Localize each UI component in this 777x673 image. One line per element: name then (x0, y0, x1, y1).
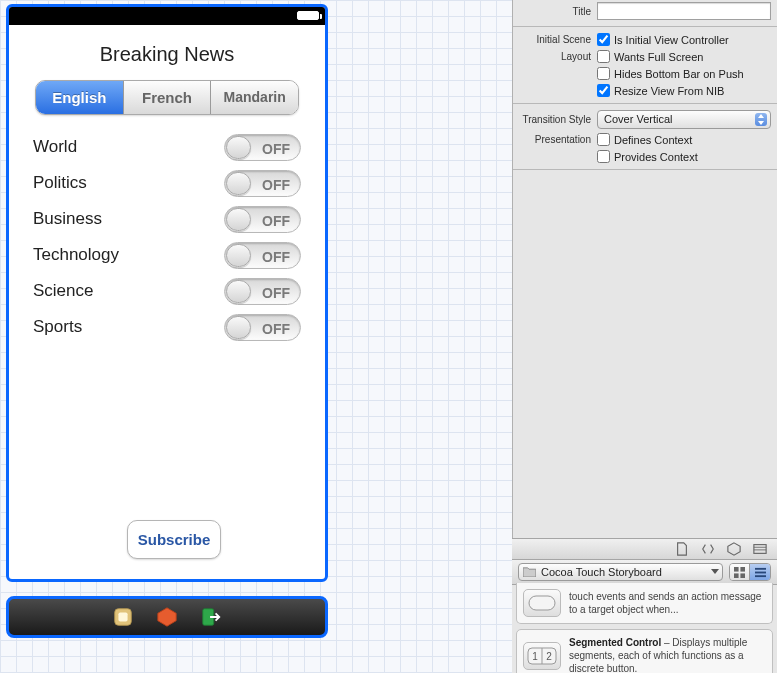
category-label: Sports (33, 317, 82, 337)
first-responder-icon[interactable] (112, 606, 134, 628)
segment-french[interactable]: French (124, 81, 212, 114)
transition-style-popup[interactable]: Cover Vertical (597, 110, 771, 129)
svg-text:2: 2 (546, 651, 552, 662)
object-library-list[interactable]: touch events and sends an action message… (512, 585, 777, 673)
list-item: Politics OFF (33, 165, 301, 201)
svg-rect-12 (755, 575, 766, 577)
toggle-world[interactable]: OFF (224, 134, 301, 161)
category-label: World (33, 137, 77, 157)
category-label: Politics (33, 173, 87, 193)
library-item-desc: Segmented Control – Displays multiple se… (569, 636, 766, 673)
library-mini-toolbar (512, 538, 777, 560)
field-label: Layout (513, 51, 597, 62)
status-bar (9, 7, 325, 25)
language-segmented-control[interactable]: English French Mandarin (35, 80, 299, 115)
svg-rect-7 (740, 567, 745, 572)
iphone-scene[interactable]: Breaking News English French Mandarin Wo… (6, 4, 328, 582)
svg-rect-11 (755, 571, 766, 573)
library-view-toggle[interactable] (729, 563, 771, 581)
title-field[interactable] (597, 2, 771, 20)
field-label: Presentation (513, 134, 597, 145)
list-item: Science OFF (33, 273, 301, 309)
segmented-thumb-icon: 12 (523, 642, 561, 670)
category-label: Business (33, 209, 102, 229)
field-label: Transition Style (513, 114, 597, 125)
button-thumb-icon (523, 589, 561, 617)
list-item: Technology OFF (33, 237, 301, 273)
file-template-icon[interactable] (675, 542, 689, 556)
list-item: Business OFF (33, 201, 301, 237)
library-filter-popup[interactable]: Cocoa Touch Storyboard (518, 563, 723, 581)
scene-dock[interactable] (6, 596, 328, 638)
exit-icon[interactable] (200, 606, 222, 628)
view-controller-icon[interactable] (156, 606, 178, 628)
defines-context-checkbox[interactable]: Defines Context (597, 133, 692, 146)
svg-rect-8 (734, 573, 739, 578)
toggle-business[interactable]: OFF (224, 206, 301, 233)
svg-rect-6 (734, 567, 739, 572)
wants-full-screen-checkbox[interactable]: Wants Full Screen (597, 50, 703, 63)
svg-rect-3 (754, 545, 766, 554)
svg-rect-10 (755, 567, 766, 569)
field-label: Title (513, 6, 597, 17)
toggle-science[interactable]: OFF (224, 278, 301, 305)
segment-english[interactable]: English (36, 81, 124, 114)
library-filter-bar: Cocoa Touch Storyboard (512, 560, 777, 585)
grid-view-button[interactable] (730, 564, 750, 580)
page-title: Breaking News (9, 25, 325, 80)
toggle-sports[interactable]: OFF (224, 314, 301, 341)
subscribe-button[interactable]: Subscribe (127, 520, 221, 559)
field-label: Initial Scene (513, 34, 597, 45)
hides-bottom-bar-checkbox[interactable]: Hides Bottom Bar on Push (597, 67, 744, 80)
category-list: World OFF Politics OFF Business OFF Tech… (9, 125, 325, 345)
folder-icon (523, 566, 536, 577)
resize-from-nib-checkbox[interactable]: Resize View From NIB (597, 84, 724, 97)
category-label: Science (33, 281, 93, 301)
list-item: World OFF (33, 129, 301, 165)
svg-rect-13 (529, 596, 555, 610)
svg-rect-1 (118, 612, 127, 621)
toggle-politics[interactable]: OFF (224, 170, 301, 197)
battery-icon (297, 11, 319, 20)
media-library-icon[interactable] (753, 542, 767, 556)
library-item-desc: touch events and sends an action message… (569, 590, 766, 616)
list-view-button[interactable] (750, 564, 770, 580)
svg-text:1: 1 (532, 651, 538, 662)
grid-icon (734, 567, 745, 578)
category-label: Technology (33, 245, 119, 265)
library-item[interactable]: touch events and sends an action message… (516, 583, 773, 624)
list-item: Sports OFF (33, 309, 301, 345)
is-initial-vc-checkbox[interactable]: Is Initial View Controller (597, 33, 729, 46)
segment-mandarin[interactable]: Mandarin (211, 81, 298, 114)
toggle-technology[interactable]: OFF (224, 242, 301, 269)
code-snippet-icon[interactable] (701, 542, 715, 556)
library-item[interactable]: 12 Segmented Control – Displays multiple… (516, 629, 773, 673)
list-icon (755, 567, 766, 578)
object-library-icon[interactable] (727, 542, 741, 556)
provides-context-checkbox[interactable]: Provides Context (597, 150, 698, 163)
svg-rect-9 (740, 573, 745, 578)
